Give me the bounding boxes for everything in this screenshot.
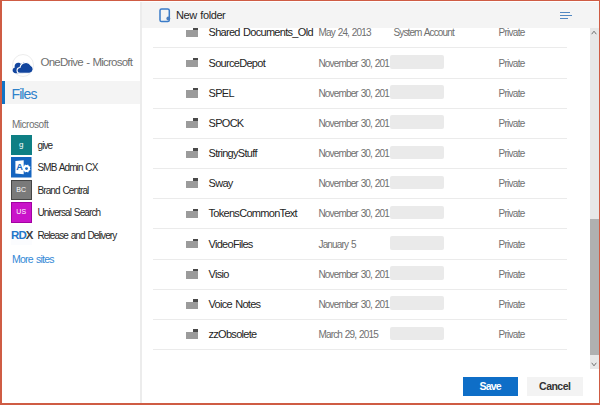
svg-text:A: A (16, 162, 23, 172)
